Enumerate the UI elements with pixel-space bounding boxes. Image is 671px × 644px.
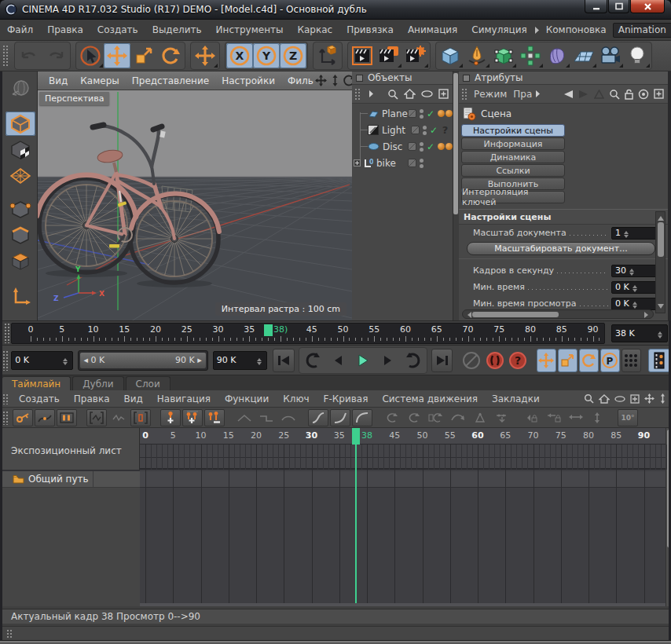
workplane-mode-button[interactable] — [6, 163, 35, 188]
object-row-light[interactable]: Light ✓ ? — [352, 122, 453, 138]
key-scale-button[interactable] — [558, 349, 578, 372]
tl-eye-icon[interactable] — [614, 396, 625, 402]
spinner-icon[interactable] — [63, 356, 69, 365]
target-icon[interactable] — [638, 89, 649, 100]
enabled-check-icon[interactable]: ✓ — [427, 141, 434, 152]
scroll-down-icon[interactable] — [658, 304, 664, 312]
scroll-right-icon[interactable] — [644, 312, 651, 318]
play-button[interactable] — [351, 349, 375, 372]
add-array-button[interactable] — [517, 43, 544, 68]
objects-search-icon[interactable] — [387, 89, 398, 100]
tab-dynamics[interactable]: Динамика — [461, 151, 565, 163]
viewport-menu-display[interactable]: Представление — [126, 75, 215, 86]
history-forward-icon[interactable] — [578, 90, 589, 99]
tl-home-icon[interactable] — [599, 394, 610, 404]
timeline-menu-grip[interactable] — [2, 393, 9, 404]
attributes-search-icon[interactable] — [609, 89, 620, 100]
current-frame-marker[interactable] — [264, 324, 273, 336]
axis-mode-button[interactable] — [6, 284, 35, 309]
lock-value-button[interactable] — [544, 409, 564, 426]
previous-key-button[interactable] — [301, 349, 324, 372]
lock-icon[interactable] — [625, 89, 633, 100]
viewport-menu-options[interactable]: Настройки — [215, 75, 281, 86]
menu-create[interactable]: Создать — [90, 24, 145, 35]
fcurve-mode-button[interactable] — [35, 409, 55, 426]
toolbar-grip[interactable] — [2, 45, 9, 67]
track-before-constant-button[interactable] — [382, 409, 402, 426]
section-scene-settings[interactable]: Настройки сцены — [459, 209, 668, 225]
points-mode-button[interactable] — [6, 197, 35, 221]
visibility-dots[interactable] — [423, 126, 427, 135]
autokey-help-button[interactable]: ? — [507, 349, 529, 372]
auto-mode-button[interactable] — [86, 409, 107, 426]
track-cycle-offset-button[interactable] — [426, 409, 446, 426]
zoom-view-icon[interactable] — [331, 75, 339, 86]
statusbar-grip[interactable] — [6, 629, 13, 639]
minimize-button[interactable] — [585, 0, 607, 13]
track-before-cycle-button[interactable] — [404, 409, 424, 426]
layer-swatch[interactable] — [411, 126, 420, 134]
object-row-bike[interactable]: 0 bike — [352, 155, 453, 171]
polygons-mode-button[interactable] — [6, 249, 35, 273]
attributes-menu-grip[interactable] — [461, 88, 468, 101]
next-frame-button[interactable] — [376, 349, 400, 372]
playback-grip[interactable] — [2, 350, 9, 371]
goto-start-button[interactable] — [273, 349, 295, 372]
spinner-icon[interactable] — [632, 283, 639, 292]
objects-eye-icon[interactable] — [421, 90, 433, 97]
undo-button[interactable] — [16, 43, 42, 68]
tl-menu-bookmarks[interactable]: Закладки — [485, 393, 547, 404]
y-axis-lock-button[interactable]: Y — [253, 43, 280, 68]
viewport[interactable]: Вид Камеры Представление Настройки Филь — [38, 71, 352, 320]
tl-pan-icon[interactable] — [644, 393, 654, 404]
render-preview-button[interactable] — [648, 349, 670, 372]
wave-filter-button[interactable] — [108, 409, 129, 426]
range-end-field[interactable]: 90 K — [213, 351, 267, 370]
preview-range-slider[interactable]: ◂ 0 K 90 K ▸ — [78, 350, 208, 371]
visibility-dots[interactable] — [420, 159, 424, 168]
z-axis-lock-button[interactable]: Z — [280, 43, 306, 68]
make-editable-button[interactable] — [6, 76, 35, 101]
key-position-button[interactable] — [537, 349, 556, 372]
rotate-tool-button[interactable] — [157, 43, 184, 68]
parent-object-icon[interactable] — [594, 90, 604, 99]
track-name[interactable]: Общий путь — [28, 474, 89, 485]
visibility-dots[interactable] — [420, 109, 424, 119]
maximize-button[interactable] — [608, 0, 629, 13]
render-to-picture-viewer-button[interactable] — [376, 43, 402, 68]
current-frame-field[interactable]: 38 K — [611, 324, 668, 342]
tl-menu-fcurve[interactable]: F-Кривая — [317, 393, 376, 404]
timeline-toolbar-grip[interactable] — [2, 411, 9, 425]
object-name[interactable]: bike — [376, 158, 396, 169]
add-environment-button[interactable] — [570, 43, 597, 68]
rotation-snap-button[interactable]: 10° — [618, 409, 638, 426]
track-weight-button[interactable] — [470, 409, 490, 426]
tl-menu-navigation[interactable]: Навигация — [150, 393, 218, 404]
dopesheet-mode-button[interactable] — [13, 409, 33, 426]
attributes-menu-mode[interactable]: Режим — [474, 89, 507, 100]
goto-end-button[interactable] — [431, 349, 453, 372]
layout-arrow-icon[interactable] — [534, 27, 540, 34]
title-bar[interactable]: CINEMA 4D R17.032 Studio (R17) DEMO - [M… — [0, 0, 671, 20]
attributes-add-icon[interactable] — [654, 89, 664, 99]
objects-add-icon[interactable] — [438, 89, 449, 99]
tl-zoom-icon[interactable] — [659, 393, 666, 404]
add-deformer-button[interactable] — [544, 43, 570, 68]
enabled-check-icon[interactable]: ✓ — [427, 108, 434, 119]
spinner-icon[interactable] — [624, 229, 630, 238]
model-mode-button[interactable] — [6, 112, 35, 136]
hscroll-thumb[interactable] — [472, 312, 559, 317]
viewport-menu-view[interactable]: Вид — [42, 75, 74, 86]
tab-key-interpolation[interactable]: Интерполяция ключей — [461, 191, 565, 203]
record-disabled-button[interactable] — [460, 349, 482, 372]
powerslider-grip[interactable] — [4, 323, 11, 343]
clip-region-button[interactable] — [130, 409, 151, 426]
previous-frame-button[interactable] — [326, 349, 350, 372]
spinner-icon[interactable] — [629, 266, 636, 276]
step-interpolation-button[interactable] — [256, 409, 277, 426]
menu-snap[interactable]: Привязка — [339, 24, 401, 35]
history-back-icon[interactable] — [563, 90, 574, 99]
coordinate-system-button[interactable] — [314, 43, 341, 68]
tl-menu-key[interactable]: Ключ — [276, 393, 316, 404]
next-key-button[interactable] — [402, 349, 425, 372]
